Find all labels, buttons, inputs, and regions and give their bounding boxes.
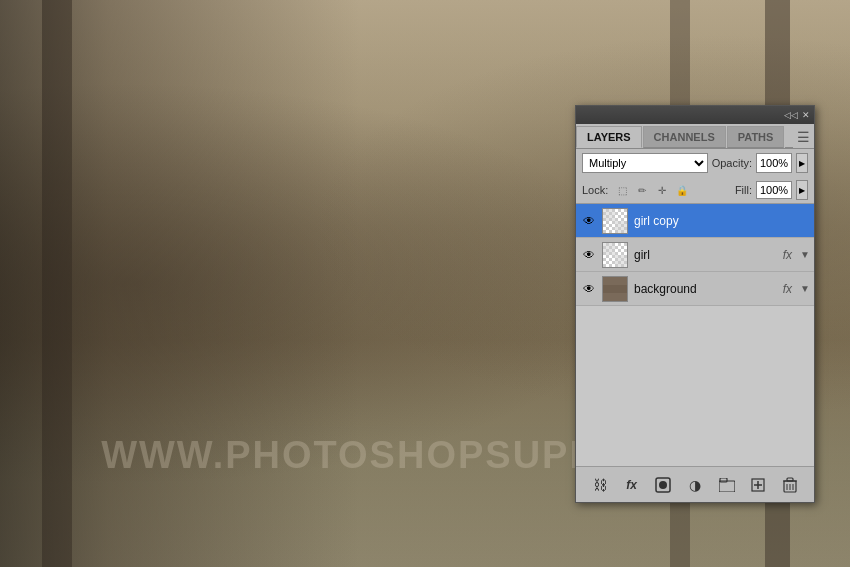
layer-thumb-background <box>602 276 628 302</box>
panel-toolbar: ⛓ fx ◑ <box>576 466 814 502</box>
blend-mode-select[interactable]: Multiply <box>582 153 708 173</box>
layer-name-girl: girl <box>634 248 783 262</box>
fx-badge-background: fx <box>783 282 792 296</box>
lock-label: Lock: <box>582 184 608 196</box>
svg-rect-5 <box>603 285 627 293</box>
panel-titlebar: ◁◁ ✕ <box>576 106 814 124</box>
layer-thumb-girl-copy <box>602 208 628 234</box>
svg-rect-3 <box>615 255 627 267</box>
fill-input[interactable] <box>756 181 792 199</box>
panel-menu-icon[interactable]: ☰ <box>793 129 814 145</box>
link-layers-button[interactable]: ⛓ <box>589 474 611 496</box>
layer-row-background[interactable]: 👁 background fx ▼ <box>576 272 814 306</box>
fill-label: Fill: <box>735 184 752 196</box>
svg-rect-15 <box>787 478 793 481</box>
tab-layers[interactable]: LAYERS <box>576 126 642 148</box>
layers-empty-area <box>576 306 814 466</box>
eye-icon-girl-copy[interactable]: 👁 <box>580 212 598 230</box>
svg-point-7 <box>659 481 667 489</box>
blend-row: Multiply Opacity: 100% ▶ <box>576 149 814 177</box>
fill-arrow[interactable]: ▶ <box>796 180 808 200</box>
add-mask-button[interactable] <box>652 474 674 496</box>
layer-styles-button[interactable]: fx <box>621 474 643 496</box>
group-layers-button[interactable] <box>716 474 738 496</box>
layers-panel: ◁◁ ✕ LAYERS CHANNELS PATHS ☰ Multiply Op… <box>575 105 815 503</box>
tab-paths[interactable]: PATHS <box>727 126 785 148</box>
layer-name-girl-copy: girl copy <box>634 214 810 228</box>
tab-spacer <box>785 147 793 148</box>
fx-badge-girl: fx <box>783 248 792 262</box>
layers-list: 👁 girl copy 👁 girl fx ▼ <box>576 204 814 466</box>
svg-rect-8 <box>719 481 735 492</box>
layer-row-girl[interactable]: 👁 girl fx ▼ <box>576 238 814 272</box>
opacity-label: Opacity: <box>712 157 752 169</box>
titlebar-icons: ◁◁ ✕ <box>784 110 810 120</box>
expand-icon-girl[interactable]: ▼ <box>800 249 810 260</box>
eye-icon-girl[interactable]: 👁 <box>580 246 598 264</box>
expand-icon-background[interactable]: ▼ <box>800 283 810 294</box>
close-icon[interactable]: ✕ <box>802 110 810 120</box>
opacity-input[interactable]: 100% <box>756 153 792 173</box>
new-layer-button[interactable] <box>747 474 769 496</box>
opacity-arrow[interactable]: ▶ <box>796 153 808 173</box>
svg-rect-0 <box>603 209 615 221</box>
new-adjustment-button[interactable]: ◑ <box>684 474 706 496</box>
layer-name-background: background <box>634 282 783 296</box>
collapse-icon[interactable]: ◁◁ <box>784 110 798 120</box>
panel-tabs: LAYERS CHANNELS PATHS ☰ <box>576 124 814 149</box>
layer-row-girl-copy[interactable]: 👁 girl copy <box>576 204 814 238</box>
lock-transparent-icon[interactable]: ⬚ <box>614 182 630 198</box>
lock-row: Lock: ⬚ ✏ ✛ 🔒 Fill: ▶ <box>576 177 814 204</box>
svg-rect-2 <box>603 243 615 255</box>
eye-icon-background[interactable]: 👁 <box>580 280 598 298</box>
person-shadow <box>0 0 360 567</box>
layer-thumb-girl <box>602 242 628 268</box>
lock-pixels-icon[interactable]: ✏ <box>634 182 650 198</box>
lock-all-icon[interactable]: 🔒 <box>674 182 690 198</box>
lock-position-icon[interactable]: ✛ <box>654 182 670 198</box>
delete-layer-button[interactable] <box>779 474 801 496</box>
svg-rect-1 <box>615 221 627 233</box>
tab-channels[interactable]: CHANNELS <box>643 126 726 148</box>
